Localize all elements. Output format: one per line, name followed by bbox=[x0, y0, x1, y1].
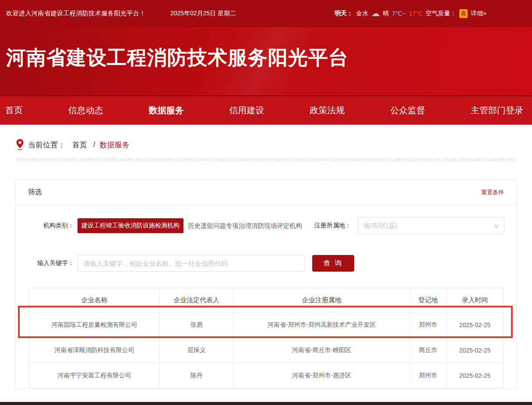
chevron-down-icon: ∨ bbox=[493, 223, 500, 229]
page: 欢迎进入河南省建设工程消防技术服务阳光平台！ 2025年02月25日 星期二 明… bbox=[0, 0, 532, 405]
welcome-text: 欢迎进入河南省建设工程消防技术服务阳光平台！ bbox=[6, 10, 146, 17]
category-option-0[interactable]: 建设工程竣工验收消防设施检测机构 bbox=[78, 218, 183, 233]
weather-condition: 晴 bbox=[383, 10, 389, 17]
breadcrumb-home[interactable]: 首页 bbox=[72, 140, 87, 150]
filter-panel: 筛选 重置条件 机构类别： 建设工程竣工验收消防设施检测机构历史遗留问题专项治理… bbox=[15, 179, 517, 389]
nav-item-2[interactable]: 数据服务 bbox=[149, 105, 184, 116]
table-cell: 陈丹 bbox=[159, 363, 233, 388]
table-cell: 河南省泽顺消防科技有限公司 bbox=[29, 338, 160, 363]
site-header: 河南省建设工程消防技术服务阳光平台 bbox=[0, 27, 532, 95]
table-cell: 河南省-商丘市-睢阳区 bbox=[233, 338, 410, 363]
keyword-label: 输入关键字： bbox=[28, 259, 74, 267]
filter-panel-body: 机构类别： 建设工程竣工验收消防设施检测机构历史遗留问题专项治理消防现场评定机构… bbox=[16, 205, 516, 388]
nav-item-0[interactable]: 首页 bbox=[5, 105, 23, 116]
column-header-3: 登记地 bbox=[410, 288, 446, 312]
nav-item-4[interactable]: 政策法规 bbox=[310, 105, 345, 116]
table-cell: 河南固瑞工程质量检测有限公司 bbox=[29, 312, 160, 338]
table-header-row: 企业名称企业法定代表人企业注册属地登记地录入时间 bbox=[29, 288, 504, 312]
table-cell: 张易 bbox=[159, 312, 233, 338]
results-table: 企业名称企业法定代表人企业注册属地登记地录入时间 河南固瑞工程质量检测有限公司张… bbox=[29, 288, 504, 388]
weather-detail-link[interactable]: 详细» bbox=[471, 10, 486, 17]
weather-label: 明天： bbox=[335, 10, 353, 17]
category-filter-row: 机构类别： 建设工程竣工验收消防设施检测机构历史遗留问题专项治理消防现场评定机构… bbox=[28, 217, 504, 234]
nav-item-1[interactable]: 信息动态 bbox=[68, 105, 103, 116]
weather-district: 金水 bbox=[356, 10, 368, 17]
temp-low: 7℃~ bbox=[392, 10, 406, 17]
table-cell: 2025-02-25 bbox=[447, 363, 504, 388]
category-option-1[interactable]: 历史遗留问题专项治理消防现场评定机构 bbox=[188, 222, 302, 230]
region-select[interactable]: 省/市/区(县) ∨ bbox=[357, 217, 504, 234]
category-label: 机构类别： bbox=[28, 222, 74, 230]
breadcrumb: 当前位置： 首页 / 数据服务 bbox=[16, 139, 532, 150]
column-header-2: 企业注册属地 bbox=[233, 288, 410, 312]
aqi-badge: 良 bbox=[459, 9, 468, 18]
table-row-1: 河南省泽顺消防科技有限公司屈保义河南省-商丘市-睢阳区商丘市2025-02-25 bbox=[29, 338, 504, 363]
temp-high: 17℃ bbox=[409, 10, 423, 17]
reset-filters-link[interactable]: 重置条件 bbox=[481, 189, 504, 196]
column-header-0: 企业名称 bbox=[29, 288, 160, 312]
results-table-wrap: 企业名称企业法定代表人企业注册属地登记地录入时间 河南固瑞工程质量检测有限公司张… bbox=[29, 288, 504, 388]
column-header-1: 企业法定代表人 bbox=[159, 288, 233, 312]
table-cell: 郑州市 bbox=[410, 363, 446, 388]
keyword-input[interactable] bbox=[78, 255, 305, 272]
table-row-0: 河南固瑞工程质量检测有限公司张易河南省-郑州市-郑州高新技术产业开发区郑州市20… bbox=[29, 312, 504, 338]
search-button[interactable]: 查 询 bbox=[312, 255, 354, 272]
rain-cloud-icon: ☁ bbox=[371, 9, 380, 17]
table-cell: 河南宇宁安装工程有限公司 bbox=[29, 363, 160, 388]
column-header-4: 录入时间 bbox=[447, 288, 504, 312]
site-title: 河南省建设工程消防技术服务阳光平台 bbox=[0, 27, 532, 71]
nav-item-5[interactable]: 公众监督 bbox=[390, 105, 425, 116]
table-cell: 屈保义 bbox=[159, 338, 233, 363]
date-text: 2025年02月25日 星期二 bbox=[170, 10, 236, 17]
filter-title: 筛选 bbox=[28, 188, 42, 197]
topbar: 欢迎进入河南省建设工程消防技术服务阳光平台！ 2025年02月25日 星期二 明… bbox=[0, 0, 532, 27]
breadcrumb-current: 数据服务 bbox=[100, 140, 130, 150]
breadcrumb-separator: / bbox=[93, 140, 95, 149]
bottom-edge-bar bbox=[0, 402, 532, 405]
table-row-2: 河南宇宁安装工程有限公司陈丹河南省-郑州市-惠济区郑州市2025-02-25 bbox=[29, 363, 504, 388]
breadcrumb-label: 当前位置： bbox=[28, 140, 65, 150]
main-nav: 首页信息动态数据服务信用建设政策法规公众监督主管部门登录 bbox=[0, 95, 532, 125]
region-label: 注册所属地： bbox=[314, 222, 351, 230]
table-cell: 商丘市 bbox=[410, 338, 446, 363]
table-cell: 2025-02-25 bbox=[447, 312, 504, 338]
location-pin-icon bbox=[16, 139, 24, 150]
filter-panel-header: 筛选 重置条件 bbox=[16, 180, 516, 205]
table-cell: 2025-02-25 bbox=[447, 338, 504, 363]
table-cell: 郑州市 bbox=[410, 312, 446, 338]
weather-widget: 明天： 金水 ☁ 晴 7℃~ 17℃ 空气质量： 良 详细» bbox=[335, 9, 486, 18]
aqi-label: 空气质量： bbox=[426, 10, 456, 17]
hatch-divider bbox=[15, 158, 516, 161]
region-filter-group: 注册所属地： 省/市/区(县) ∨ bbox=[314, 217, 504, 234]
table-cell: 河南省-郑州市-惠济区 bbox=[233, 363, 410, 388]
category-options: 建设工程竣工验收消防设施检测机构历史遗留问题专项治理消防现场评定机构 bbox=[74, 218, 302, 233]
nav-item-6[interactable]: 主管部门登录 bbox=[471, 105, 523, 116]
nav-item-3[interactable]: 信用建设 bbox=[229, 105, 264, 116]
keyword-filter-row: 输入关键字： 查 询 bbox=[28, 255, 504, 272]
region-select-placeholder: 省/市/区(县) bbox=[363, 222, 397, 230]
table-cell: 河南省-郑州市-郑州高新技术产业开发区 bbox=[233, 312, 410, 338]
